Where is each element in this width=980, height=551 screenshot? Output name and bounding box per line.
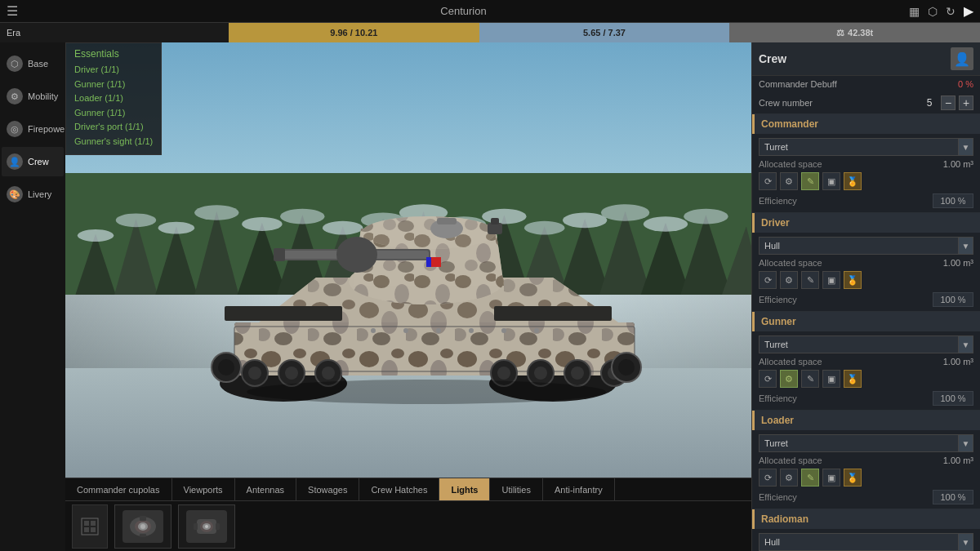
top-bar: ☰ Centurion ▦ ⬡ ↻ ▶ [0, 0, 980, 23]
gunner-select-arrow: ▼ [959, 335, 973, 353]
gunner-efficiency-label: Efficiency [759, 393, 797, 403]
driver-icon-medal[interactable]: 🏅 [844, 271, 862, 289]
tab-crew-hatches[interactable]: Crew Hatches [359, 478, 439, 500]
base-icon: ⬡ [7, 56, 23, 72]
info-icon[interactable]: ⬡ [928, 5, 938, 18]
play-button[interactable]: ▶ [964, 3, 973, 19]
toolbar-item-2[interactable] [178, 504, 235, 549]
sidebar-item-livery[interactable]: 🎨 Livery [2, 180, 64, 209]
tab-stowages[interactable]: Stowages [296, 478, 359, 500]
gunner-efficiency-val: 100 % [933, 391, 973, 406]
livery-icon: 🎨 [7, 186, 23, 202]
era-label: Era [0, 23, 229, 42]
svg-point-93 [501, 328, 506, 333]
essentials-title: Essentials [74, 48, 153, 60]
svg-point-58 [285, 367, 298, 380]
commander-icon-reload[interactable]: ⟳ [759, 172, 777, 190]
tab-antennas[interactable]: Antennas [235, 478, 296, 500]
svg-point-106 [140, 524, 145, 529]
gunner-icon-medal[interactable]: 🏅 [844, 370, 862, 388]
sidebar-item-firepower[interactable]: ◎ Firepower [2, 114, 64, 144]
commander-allocated-label: Allocated space [759, 159, 822, 169]
gunner-icon-box[interactable]: ▣ [822, 370, 840, 388]
crew-number-value: 5 [921, 97, 938, 109]
menu-icon[interactable]: ☰ [7, 3, 18, 19]
svg-point-18 [78, 229, 114, 242]
driver-position-row: Hull Turret ▼ [759, 237, 973, 255]
svg-rect-101 [84, 527, 89, 532]
svg-rect-108 [140, 534, 146, 537]
driver-icon-edit[interactable]: ✎ [801, 271, 819, 289]
radioman-position-select[interactable]: Hull Turret [759, 533, 959, 551]
loader-icon-edit[interactable]: ✎ [801, 469, 819, 487]
refresh-icon[interactable]: ↻ [946, 5, 956, 18]
sidebar-item-mobility[interactable]: ⚙ Mobility [2, 82, 64, 111]
driver-icon-box[interactable]: ▣ [822, 271, 840, 289]
loader-allocated-val: 1.00 m³ [943, 455, 973, 465]
mobility-icon: ⚙ [7, 88, 23, 104]
main-viewport [65, 42, 751, 478]
sidebar-label-firepower: Firepower [28, 124, 68, 134]
loader-icon-reload[interactable]: ⟳ [759, 469, 777, 487]
driver-icon-gear[interactable]: ⚙ [780, 271, 798, 289]
tab-lights[interactable]: Lights [439, 478, 490, 500]
svg-point-60 [322, 367, 335, 380]
svg-rect-86 [491, 218, 499, 224]
svg-point-20 [158, 222, 194, 234]
svg-point-82 [336, 237, 377, 273]
top-bar-icons: ▦ ⬡ ↻ ▶ [909, 3, 973, 19]
svg-rect-102 [91, 527, 96, 532]
tab-utilities[interactable]: Utilities [490, 478, 542, 500]
crew-number-increment[interactable]: + [959, 96, 973, 110]
stat-segment-1: 9.96 / 10.21 [229, 23, 479, 42]
commander-icon-box[interactable]: ▣ [822, 172, 840, 190]
driver-position-select[interactable]: Hull Turret [759, 237, 959, 255]
loader-allocated-row: Allocated space 1.00 m³ [759, 455, 973, 465]
crew-number-label: Crew number [759, 98, 813, 108]
tab-commander-cupolas[interactable]: Commander cupolas [65, 478, 172, 500]
crew-avatar: 👤 [951, 47, 973, 70]
sidebar-item-base[interactable]: ⬡ Base [2, 49, 64, 78]
gunner-position-row: Turret Hull ▼ [759, 335, 973, 353]
commander-position-select[interactable]: Turret Hull [759, 138, 959, 156]
loader-position-select[interactable]: Turret Hull [759, 434, 959, 452]
toolbar-item-1[interactable] [114, 504, 172, 549]
sidebar-item-crew[interactable]: 👤 Crew [2, 147, 64, 176]
toolbar-side-icon [72, 504, 108, 549]
commander-allocated-row: Allocated space 1.00 m³ [759, 159, 973, 169]
gunner-position-select[interactable]: Turret Hull [759, 335, 959, 353]
gunner-icon-edit[interactable]: ✎ [801, 370, 819, 388]
gunner-icon-reload[interactable]: ⟳ [759, 370, 777, 388]
radioman-position-row: Hull Turret ▼ [759, 533, 973, 551]
gunner-section: Gunner Turret Hull ▼ Allocated space 1.0… [752, 312, 980, 411]
svg-rect-85 [488, 223, 502, 234]
driver-icon-reload[interactable]: ⟳ [759, 271, 777, 289]
gunner-icon-gear[interactable]: ⚙ [780, 370, 798, 388]
loader-icon-gear[interactable]: ⚙ [780, 469, 798, 487]
commander-icon-edit[interactable]: ✎ [801, 172, 819, 190]
loader-efficiency-val: 100 % [933, 490, 973, 504]
loader-efficiency-label: Efficiency [759, 492, 797, 502]
crew-number-controls: 5 − + [921, 96, 973, 110]
driver-allocated-row: Allocated space 1.00 m³ [759, 258, 973, 268]
svg-rect-95 [225, 306, 342, 321]
radioman-section-header: Radioman [752, 509, 980, 529]
loader-icon-box[interactable]: ▣ [822, 469, 840, 487]
gallery-icon[interactable]: ▦ [909, 5, 920, 18]
tab-anti-infantry[interactable]: Anti-infantry [543, 478, 615, 500]
loader-section: Loader Turret Hull ▼ Allocated space 1.0… [752, 411, 980, 509]
loader-icon-medal[interactable]: 🏅 [844, 469, 862, 487]
svg-point-91 [436, 328, 441, 333]
essentials-item-1: Driver (1/1) [74, 63, 153, 78]
commander-icon-medal[interactable]: 🏅 [844, 172, 862, 190]
gunner-allocated-row: Allocated space 1.00 m³ [759, 357, 973, 367]
loader-section-header: Loader [752, 411, 980, 430]
commander-allocated-val: 1.00 m³ [943, 159, 973, 169]
tab-viewports[interactable]: Viewports [172, 478, 235, 500]
gunner-efficiency-row: Efficiency 100 % [759, 391, 973, 406]
commander-icon-gear[interactable]: ⚙ [780, 172, 798, 190]
loader-select-arrow: ▼ [959, 434, 973, 452]
driver-allocated-label: Allocated space [759, 258, 822, 268]
radioman-section-body: Hull Turret ▼ Allocated space 0.60 m³ ⟳ … [752, 529, 980, 551]
crew-number-decrement[interactable]: − [941, 96, 956, 110]
